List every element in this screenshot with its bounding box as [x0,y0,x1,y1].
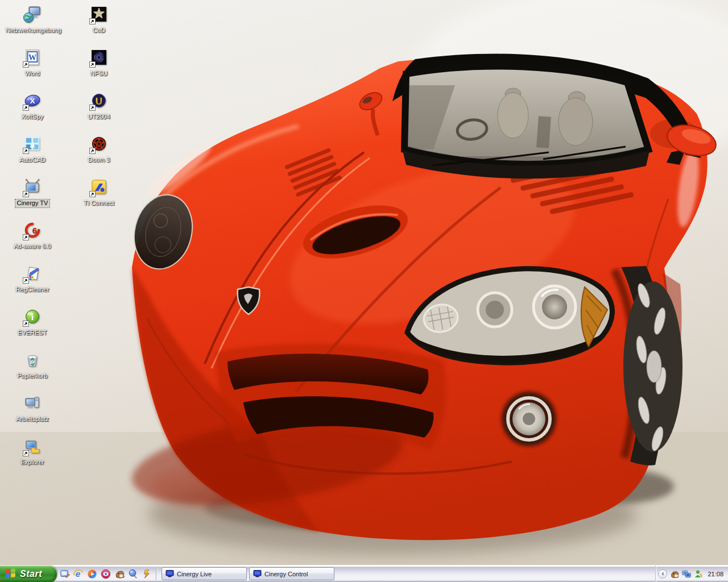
windows-flag-icon [5,568,16,580]
shortcut-arrow-icon [23,321,29,327]
emule-icon [114,569,125,579]
desktop[interactable]: Netzwerkumgebung W Word X XoftSpy a [0,0,728,565]
tray-emule[interactable] [669,569,679,579]
quicklaunch-irfanview[interactable] [100,568,112,580]
shortcut-arrow-icon [89,105,96,111]
network-connections-icon [682,569,691,579]
desktop-icon-everest[interactable]: i EVEREST [4,307,61,337]
desktop-icon-adaware[interactable]: 6 Ad-aware 6.0 [4,221,61,251]
autocad-icon: a [23,135,42,154]
desktop-icon-label: AutoCAD [18,156,47,164]
taskbar: Start e [0,565,728,582]
window-monitor-icon [253,570,262,577]
quicklaunch-winamp[interactable] [140,568,153,580]
tray-network-connections[interactable] [681,569,691,579]
quicklaunch-internet-explorer[interactable]: e [72,568,85,580]
nfsu-icon [89,48,109,68]
svg-text:W: W [28,53,36,62]
word-icon: W [23,48,42,68]
show-desktop-icon [60,569,70,579]
desktop-icon-ut2004[interactable]: U UT2004 [71,92,127,121]
call-of-duty-icon [89,5,109,24]
tray-clock[interactable]: 21:08 [708,571,723,577]
desktop-icon-xoftspy[interactable]: X XoftSpy [4,92,61,121]
quicklaunch-pin[interactable] [127,568,139,580]
svg-text:6: 6 [32,226,37,235]
desktop-icon-label: CoD [91,27,107,35]
tray-messenger[interactable] [693,569,703,579]
desktop-icon-label: XoftSpy [20,113,46,121]
network-neighborhood-icon [23,5,42,24]
desktop-icon-label: Netzwerkumgebung [4,27,63,35]
taskbar-button-cinergy-live[interactable]: Cinergy Live [162,567,247,580]
desktop-icon-cod[interactable]: CoD [71,5,127,35]
quick-launch-bar: e [57,566,155,582]
desktop-icon-nfsu[interactable]: NFSU [71,48,127,78]
quicklaunch-media-player[interactable] [86,568,98,580]
svg-text:X: X [30,97,35,105]
desktop-icon-label: TI Connect [82,199,116,207]
desktop-icon-ti-connect[interactable]: TI Connect [71,178,127,207]
chevron-left-icon: ‹ [661,571,664,576]
system-tray: ‹ 21:08 [655,566,728,582]
desktop-icon-autocad[interactable]: a AutoCAD [4,135,61,164]
shortcut-arrow-icon [23,234,29,240]
doom3-icon [89,135,109,154]
everest-icon: i [23,307,42,327]
taskbar-button-label: Cinergy Live [177,571,212,577]
start-button[interactable]: Start [0,566,57,582]
desktop-icon-label: Doom 3 [86,156,112,164]
xoftspy-icon: X [23,92,42,111]
desktop-icon-netzwerkumgebung[interactable]: Netzwerkumgebung [4,5,61,35]
quicklaunch-emule[interactable] [113,568,126,580]
wallpaper-car-image [0,0,728,565]
shortcut-arrow-icon [23,450,29,456]
desktop-icon-label: UT2004 [86,113,111,121]
taskbar-button-label: Cinergy Control [264,571,308,577]
desktop-icon-explorer[interactable]: Explorer [4,437,61,467]
taskbar-separator [156,568,157,580]
winamp-lightning-icon [142,569,152,579]
desktop-icon-label: Word [23,70,42,78]
cinergy-tv-icon [23,178,42,197]
svg-text:i: i [31,312,34,322]
desktop-icon-cinergy-tv[interactable]: Cinergy TV [4,178,61,207]
shortcut-arrow-icon [23,105,29,111]
desktop-icon-papierkorb[interactable]: Papierkorb [4,351,61,380]
quicklaunch-show-desktop[interactable] [59,568,71,580]
shortcut-arrow-icon [89,18,96,24]
ut2004-icon: U [89,92,109,111]
irfanview-icon [101,569,111,579]
desktop-icon-arbeitsplatz[interactable]: Arbeitsplatz [4,394,61,423]
shortcut-arrow-icon [23,277,29,284]
taskbar-button-cinergy-control[interactable]: Cinergy Control [249,567,334,580]
tray-chevron-button[interactable]: ‹ [658,569,667,579]
emule-tray-icon [670,569,679,579]
desktop-icon-label: NFSU [89,70,109,78]
desktop-icon-word[interactable]: W Word [4,48,61,78]
desktop-icon-label: RegCleaner [14,286,51,294]
shortcut-arrow-icon [23,148,29,154]
desktop-icon-label: Arbeitsplatz [14,415,50,423]
recycle-bin-icon [23,351,42,370]
start-label: Start [20,569,42,579]
window-monitor-icon [166,570,174,577]
internet-explorer-icon: e [73,569,84,579]
explorer-icon [23,437,42,456]
desktop-icon-label: Papierkorb [15,372,49,380]
shortcut-arrow-icon [89,61,96,68]
shortcut-arrow-icon [89,191,96,197]
shortcut-arrow-icon [89,148,96,154]
adaware-icon: 6 [23,221,42,240]
svg-text:a: a [30,140,35,149]
messenger-buddy-icon [694,569,703,579]
shortcut-arrow-icon [23,191,29,197]
desktop-icon-doom3[interactable]: Doom 3 [71,135,127,164]
taskbar-window-buttons: Cinergy Live Cinergy Control [158,566,334,582]
desktop-icon-label: Ad-aware 6.0 [12,243,52,251]
regcleaner-icon [23,264,42,284]
my-computer-icon [23,394,42,413]
shortcut-arrow-icon [23,61,29,68]
desktop-icon-label-selected: Cinergy TV [15,199,50,207]
desktop-icon-regcleaner[interactable]: RegCleaner [4,264,61,294]
